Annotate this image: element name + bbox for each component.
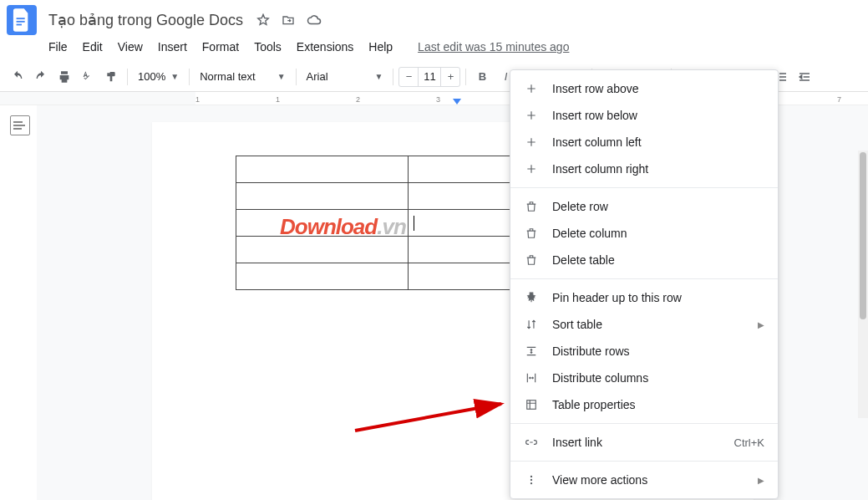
font-size-increase[interactable]: + [441, 68, 459, 86]
ctx-delete-table[interactable]: Delete table [510, 247, 778, 273]
docs-logo[interactable] [7, 5, 37, 35]
vertical-scrollbar[interactable] [858, 151, 868, 418]
font-select[interactable]: Arial▼ [302, 66, 388, 88]
cloud-icon[interactable] [307, 13, 322, 27]
plus-icon [522, 134, 541, 151]
trash-icon [522, 252, 541, 268]
submenu-arrow-icon: ▶ [758, 320, 764, 329]
font-size-value[interactable]: 11 [418, 68, 441, 86]
svg-point-15 [530, 476, 532, 477]
ctx-view-more[interactable]: View more actions ▶ [510, 467, 778, 493]
plus-icon [522, 80, 541, 97]
trash-icon [522, 225, 541, 242]
svg-rect-0 [17, 18, 25, 19]
indent-decrease-button[interactable] [794, 66, 815, 88]
ruler-indent-marker[interactable] [453, 99, 461, 105]
ctx-delete-col[interactable]: Delete column [510, 220, 778, 247]
menubar: File Edit View Insert Format Tools Exten… [0, 37, 868, 62]
menu-extensions[interactable]: Extensions [290, 37, 360, 57]
distribute-cols-icon [522, 370, 541, 386]
ctx-insert-link[interactable]: Insert link Ctrl+K [510, 429, 778, 456]
ctx-sort-table[interactable]: Sort table ▶ [510, 311, 778, 338]
spellcheck-button[interactable] [77, 66, 99, 88]
table-icon [522, 396, 541, 413]
link-icon [522, 434, 541, 451]
ctx-dist-cols[interactable]: Distribute columns [510, 365, 778, 391]
doc-title[interactable]: Tạo bảng trong Google Docs [45, 9, 246, 31]
trash-icon [522, 198, 541, 215]
sort-icon [522, 316, 541, 333]
menu-insert[interactable]: Insert [151, 37, 194, 57]
print-button[interactable] [53, 66, 75, 88]
menu-file[interactable]: File [42, 37, 74, 57]
last-edit-link[interactable]: Last edit was 15 minutes ago [411, 37, 576, 57]
redo-button[interactable] [30, 66, 52, 88]
menu-format[interactable]: Format [195, 37, 246, 57]
more-icon [522, 472, 541, 488]
ctx-dist-rows[interactable]: Distribute rows [510, 338, 778, 365]
ctx-pin-header[interactable]: Pin header up to this row [510, 284, 778, 311]
ctx-insert-row-above[interactable]: Insert row above [510, 75, 778, 102]
outline-toggle[interactable] [10, 115, 30, 135]
star-icon[interactable] [256, 13, 270, 27]
bold-button[interactable]: B [471, 66, 493, 88]
ctx-delete-row[interactable]: Delete row [510, 193, 778, 220]
svg-rect-2 [17, 24, 22, 26]
svg-point-16 [530, 479, 532, 481]
menu-edit[interactable]: Edit [76, 37, 109, 57]
plus-icon [522, 107, 541, 124]
undo-button[interactable] [7, 66, 28, 88]
move-icon[interactable] [282, 13, 295, 27]
svg-rect-14 [527, 401, 536, 410]
menu-tools[interactable]: Tools [247, 37, 288, 57]
distribute-rows-icon [522, 343, 541, 360]
menu-help[interactable]: Help [362, 37, 399, 57]
style-select[interactable]: Normal text▼ [195, 66, 290, 88]
font-size-decrease[interactable]: − [399, 68, 418, 86]
svg-point-17 [530, 482, 532, 484]
zoom-select[interactable]: 100%▼ [133, 66, 184, 88]
scroll-thumb[interactable] [860, 152, 866, 319]
ctx-insert-col-left[interactable]: Insert column left [510, 129, 778, 156]
plus-icon [522, 161, 541, 177]
menu-view[interactable]: View [111, 37, 150, 57]
ctx-insert-col-right[interactable]: Insert column right [510, 156, 778, 182]
context-menu: Insert row above Insert row below Insert… [510, 69, 779, 499]
submenu-arrow-icon: ▶ [758, 476, 764, 485]
ctx-table-props[interactable]: Table properties [510, 391, 778, 418]
ctx-insert-row-below[interactable]: Insert row below [510, 102, 778, 129]
svg-rect-1 [17, 21, 25, 23]
shortcut-label: Ctrl+K [734, 436, 764, 449]
paint-format-button[interactable] [100, 66, 122, 88]
pin-icon [522, 289, 541, 306]
